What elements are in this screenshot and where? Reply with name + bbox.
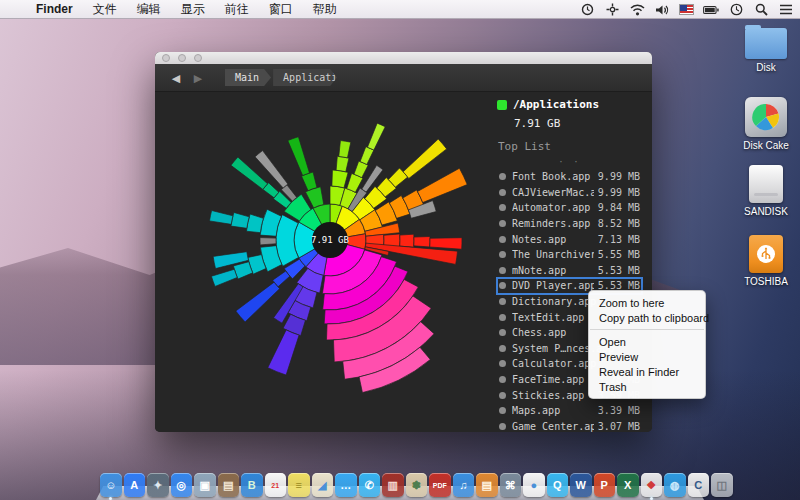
notification-center-icon[interactable] [778,2,794,18]
wifi-icon[interactable] [629,2,645,18]
list-item[interactable]: Reminders.app8.52 MB [497,216,642,232]
sunburst-chart[interactable]: 7.91 GB [155,92,490,432]
dock-icon-qq-drop[interactable]: Q [547,473,569,497]
sunburst-segment[interactable] [332,170,348,188]
dock-icon-word[interactable]: W [570,473,592,497]
desktop-icon-label: TOSHIBA [734,276,798,287]
dock-icon-iphoto[interactable]: ✽ [406,473,428,497]
powerpoint-glyph: P [601,480,608,491]
desktop-icon-toshiba[interactable]: TOSHIBA [734,235,798,287]
sunburst-segment[interactable] [211,269,237,286]
context-menu-item-reveal-in-finder[interactable]: Reveal in Finder [589,364,705,379]
file-bullet-icon [499,423,506,430]
zoom-button[interactable] [194,54,202,62]
file-size: 7.13 MB [598,234,640,245]
dock-icon-book-orange[interactable]: ▤ [476,473,498,497]
list-item[interactable]: Game Center.app3.07 MB [497,419,642,433]
time-machine-icon[interactable] [579,2,595,18]
dock-icon-facetime[interactable]: ✆ [359,473,381,497]
dock-icon-ibooks[interactable]: B [241,473,263,497]
sunburst-segment[interactable] [268,330,299,375]
book-orange-glyph: ▤ [482,480,492,491]
desktop-icon-disk[interactable]: Disk [734,28,798,73]
location-services-icon[interactable] [604,2,620,18]
sunburst-segment[interactable] [367,123,385,150]
dock-icon-chrome[interactable]: ● [523,473,545,497]
desktop-icon-disk-cake[interactable]: Disk Cake [734,97,798,151]
itunes-glyph: ♫ [459,480,467,491]
menu-item-app[interactable]: Finder [26,2,83,16]
dock-icon-powerpoint[interactable]: P [594,473,616,497]
status-icons [579,0,794,19]
dock-icon-caj-viewer[interactable]: C [688,473,710,497]
forward-button[interactable]: ▶ [189,70,207,86]
menu-item-4[interactable]: 前往 [215,2,259,16]
dock-icon-safari[interactable]: ◎ [171,473,193,497]
dock-icon-red-book[interactable]: ▥ [382,473,404,497]
desktop-icon-label: SANDISK [734,206,798,217]
dock-icon-maps[interactable]: ◢ [312,473,334,497]
back-button[interactable]: ◀ [167,70,185,86]
dock-icon-stickies[interactable]: ≡ [288,473,310,497]
list-item[interactable]: mNote.app5.53 MB [497,263,642,279]
context-menu-item-trash[interactable]: Trash [589,379,705,394]
file-name: CAJViewerMac.app [512,187,594,198]
sunburst-segment[interactable] [336,156,349,171]
close-button[interactable] [162,54,170,62]
tab-main[interactable]: Main [225,69,271,86]
sunburst-segment[interactable] [403,139,446,178]
sunburst-segment[interactable] [430,238,462,250]
dock-icon-messages[interactable]: … [335,473,357,497]
file-bullet-icon [499,298,506,305]
list-item[interactable]: Notes.app7.13 MB [497,231,642,247]
sunburst-segment[interactable] [339,141,351,158]
context-menu-item-open[interactable]: Open [589,334,705,349]
list-item[interactable]: Font Book.app9.99 MB [497,169,642,185]
context-menu-item-copy-path-to-clipboard[interactable]: Copy path to clipboard [589,310,705,325]
sunburst-segment[interactable] [400,234,414,247]
dock-icon-app-store[interactable]: A [124,473,146,497]
dock-icon-finder[interactable]: ☺ [100,473,122,497]
dock-icon-contacts[interactable]: ▤ [218,473,240,497]
dock-icon-launchpad[interactable]: ✦ [147,473,169,497]
sunburst-segment[interactable] [236,282,280,322]
list-item[interactable]: CAJViewerMac.app9.99 MB [497,185,642,201]
window-titlebar[interactable] [155,52,652,64]
dock-icon-calendar[interactable]: 21 [265,473,287,497]
list-item[interactable]: Maps.app3.39 MB [497,403,642,419]
file-name: mNote.app [512,265,594,276]
dock-icon-blue-sphere[interactable]: ◍ [664,473,686,497]
dock-icon-itunes[interactable]: ♫ [453,473,475,497]
desktop-icon-sandisk[interactable]: SANDISK [734,165,798,217]
menu-item-3[interactable]: 显示 [171,2,215,16]
dock-icon-trash[interactable]: ◫ [711,473,733,497]
caj-viewer-glyph: C [694,480,702,491]
context-menu-item-preview[interactable]: Preview [589,349,705,364]
menu-item-6[interactable]: 帮助 [303,2,347,16]
dock-icon-excel[interactable]: X [617,473,639,497]
dock-icon-xcode[interactable]: ⌘ [500,473,522,497]
menu-item-5[interactable]: 窗口 [259,2,303,16]
battery-icon[interactable] [703,2,719,18]
sunburst-segment[interactable] [260,238,276,245]
menu-item-2[interactable]: 编辑 [127,2,171,16]
volume-icon[interactable] [654,2,670,18]
menu-item-1[interactable]: 文件 [83,2,127,16]
clock-icon[interactable] [728,2,744,18]
dock-icon-pdf-reader[interactable]: PDF [429,473,451,497]
tab-applications[interactable]: Applications [273,69,337,86]
spotlight-search-icon[interactable] [753,2,769,18]
context-menu-item-zoom-to-here[interactable]: Zoom to here [589,295,705,310]
dock-icon-disk-cake[interactable]: ❖ [641,473,663,497]
sunburst-segment[interactable] [210,210,233,224]
sunburst-segment[interactable] [414,237,430,247]
list-item[interactable]: The Unarchiver.app5.55 MB [497,247,642,263]
list-item[interactable]: Automator.app9.84 MB [497,200,642,216]
input-source-flag-icon[interactable] [679,4,694,15]
facetime-glyph: ✆ [365,480,374,491]
minimize-button[interactable] [178,54,186,62]
sunburst-segment[interactable] [288,137,310,176]
sunburst-segment[interactable] [231,212,249,228]
dock-icon-preview[interactable]: ▣ [194,473,216,497]
sunburst-segment[interactable] [417,168,467,202]
